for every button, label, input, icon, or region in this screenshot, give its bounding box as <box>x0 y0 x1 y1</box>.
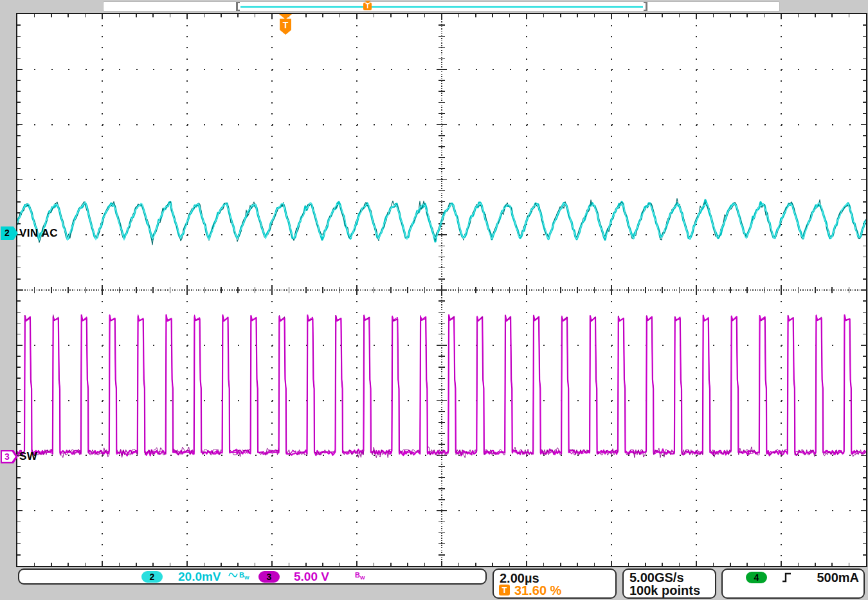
record-length: 100k points <box>629 583 700 597</box>
channel-readouts-box: 2 20.0mV BW 3 5.00 V BW <box>18 568 487 585</box>
channel-3-badge: 3 <box>258 571 280 583</box>
channel-2-label: VIN AC <box>19 227 58 240</box>
channel-4-badge: 4 <box>746 572 767 583</box>
waveform-svg <box>17 14 866 566</box>
channel-3-label: SW <box>19 450 37 463</box>
channel-3-marker: 3 <box>1 450 18 464</box>
trigger-level: 500mA <box>813 570 859 585</box>
trigger-position-marker-icon: T <box>279 14 292 35</box>
trigger-t-icon: T <box>363 3 372 10</box>
record-line <box>240 6 643 8</box>
window-bracket-right-icon <box>644 2 647 11</box>
horizontal-box: 2.00µs T 31.60 % <box>493 568 617 599</box>
channel-3-scale: 5.00 V <box>294 570 329 583</box>
channel-2-badge: 2 <box>141 571 163 583</box>
ac-coupling-icon <box>228 572 238 578</box>
rising-edge-icon <box>782 572 792 583</box>
channel-2-marker: 2 <box>1 226 18 240</box>
trigger-position-bar-icon: T <box>363 1 372 12</box>
acquisition-box: 5.00GS/s 100k points <box>622 568 716 599</box>
trigger-box: 4 500mA <box>721 568 865 599</box>
bandwidth-limit-icon: BW <box>239 571 249 581</box>
trigger-t-icon: T <box>280 19 291 35</box>
bandwidth-limit-icon: BW <box>355 571 365 581</box>
trigger-position-percent: 31.60 % <box>514 583 561 597</box>
channel-2-scale: 20.0mV <box>178 570 221 583</box>
trigger-triangle-icon <box>279 14 292 19</box>
trigger-t-icon: T <box>499 585 510 595</box>
window-bracket-left-icon <box>236 2 240 11</box>
graticule <box>16 13 867 567</box>
sample-rate: 5.00GS/s <box>629 570 684 585</box>
